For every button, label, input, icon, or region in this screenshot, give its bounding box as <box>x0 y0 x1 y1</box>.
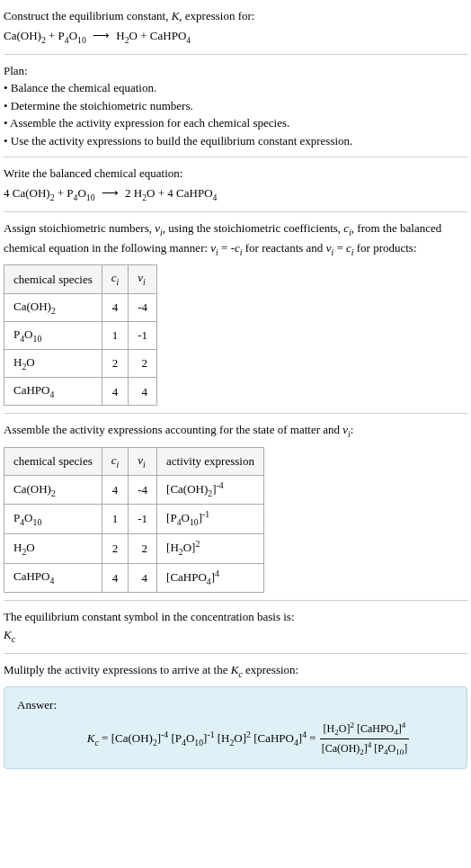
plan-section: Plan: • Balance the chemical equation. •… <box>4 62 467 150</box>
cell-species: Ca(OH)2 <box>4 293 102 321</box>
col-ci: ci <box>102 447 129 475</box>
symbol-intro: The equilibrium constant symbol in the c… <box>4 608 467 626</box>
multiply-section: Mulitply the activity expressions to arr… <box>4 661 467 681</box>
cell-species: P4O10 <box>4 321 102 349</box>
cell-species: H2O <box>4 350 102 378</box>
col-species: chemical species <box>4 447 102 475</box>
divider <box>4 54 467 55</box>
symbol-kc: Kc <box>4 626 467 646</box>
col-ci: ci <box>102 265 129 293</box>
cell-species: CaHPO4 <box>4 378 102 406</box>
plan-item: • Assemble the activity expression for e… <box>4 114 467 132</box>
problem-header: Construct the equilibrium constant, K, e… <box>4 7 467 47</box>
cell-expr: [P4O10]-1 <box>157 505 264 534</box>
answer-box: Answer: Kc = [Ca(OH)2]-4 [P4O10]-1 [H2O]… <box>4 686 467 769</box>
cell-species: P4O10 <box>4 505 102 534</box>
divider <box>4 653 467 654</box>
problem-title: Construct the equilibrium constant, K, e… <box>4 7 467 25</box>
cell-vi: 2 <box>129 534 157 564</box>
cell-vi: -1 <box>129 505 157 534</box>
answer-label: Answer: <box>17 696 454 714</box>
cell-vi: -1 <box>129 321 157 349</box>
cell-expr: [Ca(OH)2]-4 <box>157 475 264 505</box>
cell-species: H2O <box>4 534 102 564</box>
col-vi: νi <box>129 447 157 475</box>
col-species: chemical species <box>4 265 102 293</box>
cell-vi: 4 <box>129 563 157 593</box>
balanced-equation: 4 Ca(OH)2 + P4O10 ⟶ 2 H2O + 4 CaHPO4 <box>4 184 467 204</box>
cell-ci: 4 <box>102 563 129 593</box>
unbalanced-equation: Ca(OH)2 + P4O10 ⟶ H2O + CaHPO4 <box>4 27 467 47</box>
table-row: Ca(OH)2 4 -4 <box>4 293 157 321</box>
cell-species: Ca(OH)2 <box>4 475 102 505</box>
table-header-row: chemical species ci νi activity expressi… <box>4 447 264 475</box>
cell-expr: [CaHPO4]4 <box>157 563 264 593</box>
table-row: Ca(OH)2 4 -4 [Ca(OH)2]-4 <box>4 475 264 505</box>
table-row: H2O 2 2 [H2O]2 <box>4 534 264 564</box>
cell-ci: 2 <box>102 534 129 564</box>
stoich-section: Assign stoichiometric numbers, νi, using… <box>4 219 467 407</box>
cell-vi: 4 <box>129 378 157 406</box>
multiply-intro: Mulitply the activity expressions to arr… <box>4 661 467 681</box>
fraction-denominator: [Ca(OH)2]4 [P4O10] <box>318 739 412 759</box>
col-vi: νi <box>129 265 157 293</box>
balanced-intro: Write the balanced chemical equation: <box>4 165 467 183</box>
cell-ci: 1 <box>102 321 129 349</box>
table-row: H2O 2 2 <box>4 350 157 378</box>
col-expr: activity expression <box>157 447 264 475</box>
cell-vi: -4 <box>129 475 157 505</box>
cell-ci: 4 <box>102 475 129 505</box>
plan-item: • Determine the stoichiometric numbers. <box>4 97 467 115</box>
cell-vi: -4 <box>129 293 157 321</box>
table-row: CaHPO4 4 4 [CaHPO4]4 <box>4 563 264 593</box>
cell-ci: 1 <box>102 505 129 534</box>
cell-ci: 2 <box>102 350 129 378</box>
divider <box>4 157 467 157</box>
table-header-row: chemical species ci νi <box>4 265 157 293</box>
answer-formula: Kc = [Ca(OH)2]-4 [P4O10]-1 [H2O]2 [CaHPO… <box>17 720 454 760</box>
activity-intro: Assemble the activity expressions accoun… <box>4 421 467 441</box>
stoich-intro: Assign stoichiometric numbers, νi, using… <box>4 219 467 259</box>
divider <box>4 413 467 414</box>
activity-table: chemical species ci νi activity expressi… <box>4 447 264 593</box>
table-row: CaHPO4 4 4 <box>4 378 157 406</box>
balanced-section: Write the balanced chemical equation: 4 … <box>4 165 467 204</box>
kc-fraction: [H2O]2 [CaHPO4]4 [Ca(OH)2]4 [P4O10] <box>318 720 412 760</box>
table-row: P4O10 1 -1 [P4O10]-1 <box>4 505 264 534</box>
divider <box>4 211 467 212</box>
plan-item: • Balance the chemical equation. <box>4 79 467 97</box>
cell-ci: 4 <box>102 293 129 321</box>
kc-lhs: Kc = [Ca(OH)2]-4 [P4O10]-1 [H2O]2 [CaHPO… <box>87 729 316 750</box>
symbol-section: The equilibrium constant symbol in the c… <box>4 608 467 646</box>
stoich-table: chemical species ci νi Ca(OH)2 4 -4 P4O1… <box>4 264 157 406</box>
plan-item: • Use the activity expressions to build … <box>4 132 467 150</box>
cell-ci: 4 <box>102 378 129 406</box>
plan-title: Plan: <box>4 62 467 80</box>
table-row: P4O10 1 -1 <box>4 321 157 349</box>
cell-expr: [H2O]2 <box>157 534 264 564</box>
divider <box>4 600 467 601</box>
cell-vi: 2 <box>129 350 157 378</box>
activity-section: Assemble the activity expressions accoun… <box>4 421 467 593</box>
cell-species: CaHPO4 <box>4 563 102 593</box>
fraction-numerator: [H2O]2 [CaHPO4]4 <box>320 720 410 740</box>
